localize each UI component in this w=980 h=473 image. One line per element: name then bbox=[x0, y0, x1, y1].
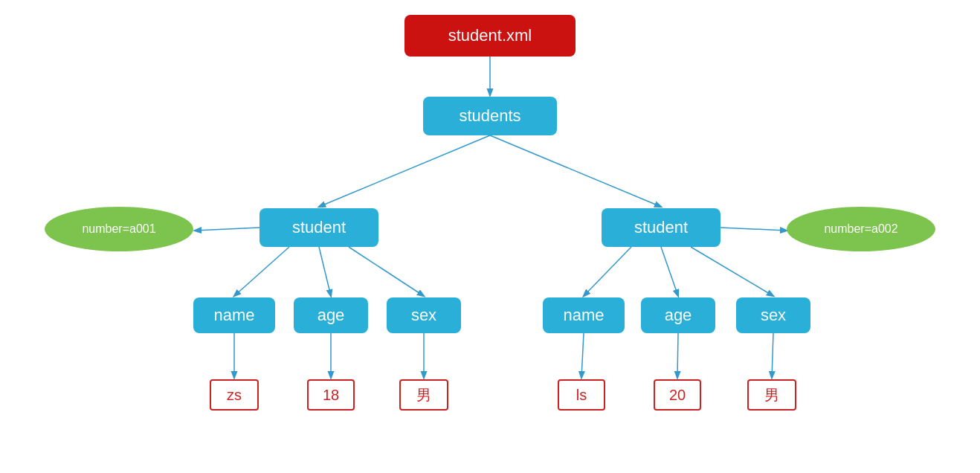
age1-node: age bbox=[294, 297, 368, 333]
name2-node: name bbox=[543, 297, 625, 333]
svg-line-14 bbox=[581, 333, 584, 378]
students-node: students bbox=[423, 97, 557, 135]
svg-line-8 bbox=[584, 247, 631, 296]
name1-label: name bbox=[213, 306, 254, 325]
svg-line-9 bbox=[661, 247, 678, 296]
svg-line-3 bbox=[195, 228, 259, 231]
val-sex2-label: 男 bbox=[764, 385, 779, 405]
attr2-node: number=a002 bbox=[787, 207, 935, 251]
student1-node: student bbox=[259, 208, 378, 247]
sex2-label: sex bbox=[761, 306, 786, 325]
svg-line-16 bbox=[772, 333, 773, 378]
svg-line-4 bbox=[721, 228, 787, 231]
val-age1-node: 18 bbox=[307, 379, 355, 411]
student2-node: student bbox=[602, 208, 721, 247]
svg-line-5 bbox=[234, 247, 289, 296]
val-age2-node: 20 bbox=[654, 379, 701, 411]
svg-line-6 bbox=[319, 247, 331, 296]
val-name2-node: ls bbox=[558, 379, 605, 411]
students-label: students bbox=[459, 106, 520, 126]
val-name1-label: zs bbox=[227, 387, 242, 404]
svg-line-7 bbox=[349, 247, 424, 296]
age2-label: age bbox=[665, 306, 692, 325]
name1-node: name bbox=[193, 297, 275, 333]
val-age1-label: 18 bbox=[323, 387, 339, 404]
age1-label: age bbox=[317, 306, 345, 325]
val-sex1-label: 男 bbox=[416, 385, 431, 405]
attr2-label: number=a002 bbox=[824, 222, 897, 236]
val-age2-label: 20 bbox=[669, 387, 686, 404]
name2-label: name bbox=[563, 306, 604, 325]
sex1-label: sex bbox=[411, 306, 436, 325]
age2-node: age bbox=[641, 297, 715, 333]
val-name1-node: zs bbox=[210, 379, 259, 411]
val-name2-label: ls bbox=[576, 387, 587, 404]
val-sex2-node: 男 bbox=[747, 379, 796, 411]
sex2-node: sex bbox=[736, 297, 810, 333]
svg-line-1 bbox=[319, 135, 490, 207]
student1-label: student bbox=[292, 218, 346, 237]
sex1-node: sex bbox=[387, 297, 461, 333]
svg-line-2 bbox=[490, 135, 661, 207]
root-node: student.xml bbox=[404, 15, 576, 57]
svg-line-15 bbox=[677, 333, 678, 378]
diagram-container: student.xml students student student num… bbox=[0, 0, 980, 473]
val-sex1-node: 男 bbox=[399, 379, 448, 411]
student2-label: student bbox=[634, 218, 688, 237]
attr1-label: number=a001 bbox=[82, 222, 155, 236]
svg-line-10 bbox=[691, 247, 773, 296]
root-label: student.xml bbox=[448, 26, 532, 45]
attr1-node: number=a001 bbox=[45, 207, 193, 251]
